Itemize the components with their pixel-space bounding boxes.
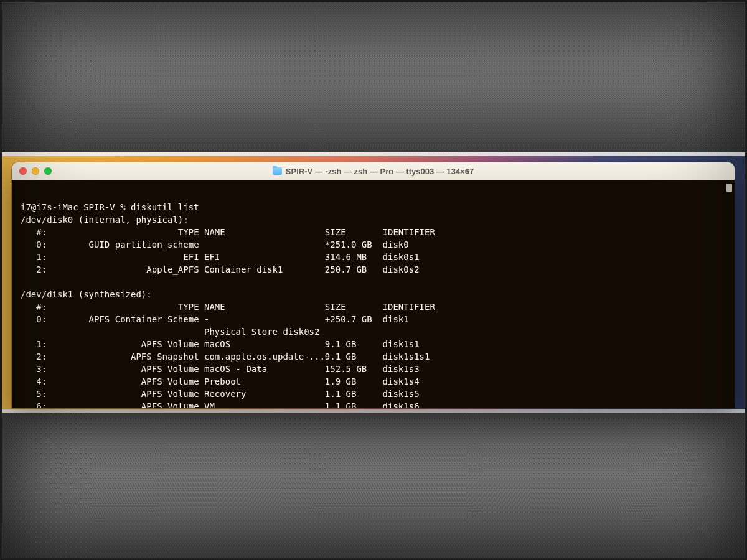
close-button[interactable] (19, 167, 27, 175)
folder-icon (273, 167, 282, 175)
zoom-button[interactable] (44, 167, 52, 175)
wallpaper-top (0, 0, 747, 152)
wallpaper-bottom (0, 413, 747, 560)
traffic-lights (12, 167, 52, 175)
window-title: SPIR-V — -zsh — zsh — Pro — ttys003 — 13… (286, 167, 474, 176)
window-title-wrap: SPIR-V — -zsh — zsh — Pro — ttys003 — 13… (12, 162, 735, 180)
terminal-window[interactable]: SPIR-V — -zsh — zsh — Pro — ttys003 — 13… (12, 162, 735, 408)
desktop: Scripts selected, 214.88 GB available SP… (0, 0, 747, 560)
terminal-output[interactable]: i7@i7s-iMac SPIR-V % diskutil list /dev/… (12, 180, 735, 408)
titlebar[interactable]: SPIR-V — -zsh — zsh — Pro — ttys003 — 13… (12, 162, 735, 180)
scrollbar-thumb[interactable] (726, 184, 732, 192)
minimize-button[interactable] (32, 167, 39, 175)
